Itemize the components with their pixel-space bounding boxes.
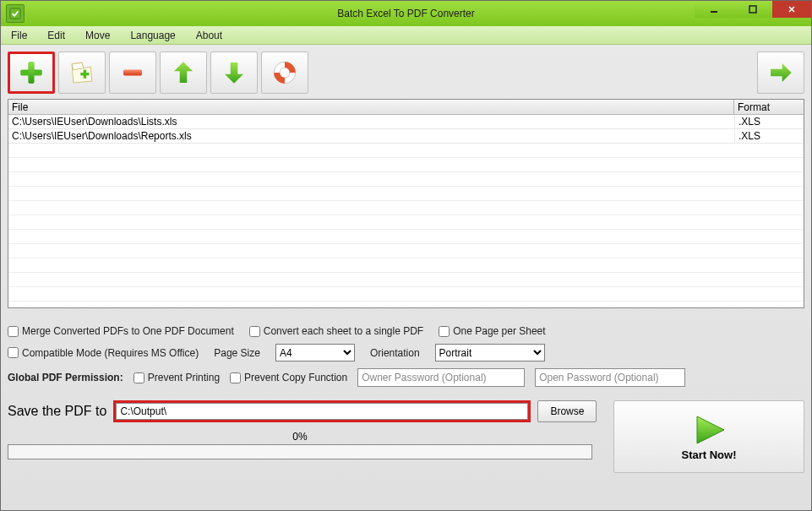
file-row-empty <box>8 258 804 273</box>
progress-panel: 0% <box>8 431 592 459</box>
maximize-button[interactable] <box>733 1 772 18</box>
compat-checkbox-input[interactable] <box>8 347 19 358</box>
page-size-label: Page Size <box>214 347 260 359</box>
svg-rect-2 <box>749 6 756 13</box>
prevent-copy-checkbox[interactable]: Prevent Copy Function <box>230 372 347 383</box>
progress-bar <box>8 444 592 459</box>
app-icon <box>6 4 25 23</box>
add-folder-button[interactable] <box>58 52 106 94</box>
each-sheet-checkbox[interactable]: Convert each sheet to a single PDF <box>249 325 423 337</box>
prevent-print-label: Prevent Printing <box>148 372 220 383</box>
file-path-cell: C:\Users\IEUser\Downloads\Lists.xls <box>8 115 734 128</box>
merge-checkbox-input[interactable] <box>8 326 19 337</box>
file-row-empty <box>8 287 804 302</box>
titlebar: Batch Excel To PDF Converter <box>1 1 811 26</box>
lifebuoy-icon <box>270 58 299 87</box>
svg-rect-0 <box>10 8 20 19</box>
file-row[interactable]: C:\Users\IEUser\Downloads\Lists.xls .XLS <box>8 115 804 129</box>
toolbar <box>8 52 308 94</box>
file-list-body: C:\Users\IEUser\Downloads\Lists.xls .XLS… <box>8 115 804 302</box>
app-window: Batch Excel To PDF Converter File Edit M… <box>0 0 812 511</box>
menu-move[interactable]: Move <box>75 30 120 41</box>
each-sheet-checkbox-input[interactable] <box>249 326 260 337</box>
minimize-button[interactable] <box>695 1 733 18</box>
browse-button[interactable]: Browse <box>537 400 597 422</box>
file-list-header: File Format <box>8 100 804 115</box>
arrow-up-icon <box>169 58 198 87</box>
move-up-button[interactable] <box>160 52 207 94</box>
file-row-empty <box>8 201 804 215</box>
file-row-empty <box>8 230 804 244</box>
file-row-empty <box>8 172 804 187</box>
close-icon <box>787 5 796 14</box>
save-path-input[interactable] <box>116 403 528 420</box>
window-title: Batch Excel To PDF Converter <box>1 8 811 19</box>
page-size-select[interactable]: A4 <box>275 344 355 362</box>
file-row-empty <box>8 187 804 201</box>
minimize-icon <box>710 5 718 14</box>
svg-rect-5 <box>29 62 35 84</box>
file-row-empty <box>8 273 804 287</box>
svg-rect-8 <box>123 70 142 76</box>
prevent-print-checkbox-input[interactable] <box>134 372 144 383</box>
col-file-header[interactable]: File <box>8 100 734 114</box>
prevent-copy-checkbox-input[interactable] <box>230 372 241 383</box>
plus-icon <box>17 58 46 87</box>
file-fmt-cell: .XLS <box>734 129 804 143</box>
save-label: Save the PDF to <box>8 404 106 419</box>
merge-label: Merge Converted PDFs to One PDF Document <box>22 325 234 337</box>
prevent-copy-label: Prevent Copy Function <box>244 372 347 383</box>
start-label: Start Now! <box>682 448 737 461</box>
menu-about[interactable]: About <box>186 30 232 41</box>
compat-label: Compatible Mode (Requires MS Office) <box>22 347 199 359</box>
window-controls <box>695 1 811 18</box>
file-fmt-cell: .XLS <box>734 115 804 128</box>
arrow-right-icon <box>766 58 795 87</box>
progress-label: 0% <box>292 431 307 443</box>
maximize-icon <box>749 5 757 14</box>
toolbar-row <box>8 52 804 94</box>
merge-checkbox[interactable]: Merge Converted PDFs to One PDF Document <box>8 325 234 337</box>
orientation-label: Orientation <box>370 347 420 359</box>
file-row-empty <box>8 158 804 172</box>
menubar: File Edit Move Language About <box>1 26 811 45</box>
one-page-checkbox-input[interactable] <box>439 326 450 337</box>
bottom-panel: Save the PDF to Browse 0% Start Now! <box>8 400 804 473</box>
svg-point-10 <box>280 68 290 78</box>
compat-checkbox[interactable]: Compatible Mode (Requires MS Office) <box>8 347 199 359</box>
play-icon <box>689 413 729 447</box>
add-file-button[interactable] <box>8 52 55 94</box>
help-button[interactable] <box>261 52 308 94</box>
file-row-empty <box>8 244 804 258</box>
permission-heading: Global PDF Permission: <box>8 372 123 383</box>
each-sheet-label: Convert each sheet to a single PDF <box>264 325 423 337</box>
one-page-label: One Page per Sheet <box>453 325 545 337</box>
save-row: Save the PDF to Browse <box>8 400 603 422</box>
minus-icon <box>118 58 147 87</box>
one-page-checkbox[interactable]: One Page per Sheet <box>439 325 545 337</box>
orientation-select[interactable]: Portrait <box>435 344 545 362</box>
file-path-cell: C:\Users\IEUser\Downloads\Reports.xls <box>8 129 734 143</box>
save-path-highlight <box>113 400 531 422</box>
svg-rect-1 <box>711 11 717 13</box>
file-row-empty <box>8 144 804 158</box>
file-row-empty <box>8 215 804 230</box>
close-button[interactable] <box>772 1 811 18</box>
arrow-down-icon <box>220 58 248 87</box>
next-button[interactable] <box>757 52 804 94</box>
menu-language[interactable]: Language <box>120 30 185 41</box>
owner-password-input[interactable] <box>357 368 525 387</box>
file-row[interactable]: C:\Users\IEUser\Downloads\Reports.xls .X… <box>8 129 804 144</box>
folder-plus-icon <box>68 58 96 87</box>
start-button[interactable]: Start Now! <box>613 400 804 473</box>
options-panel: Merge Converted PDFs to One PDF Document… <box>8 325 804 387</box>
svg-rect-7 <box>80 73 89 75</box>
menu-edit[interactable]: Edit <box>37 30 75 41</box>
remove-button[interactable] <box>109 52 156 94</box>
open-password-input[interactable] <box>535 368 685 387</box>
file-list[interactable]: File Format C:\Users\IEUser\Downloads\Li… <box>8 99 804 308</box>
move-down-button[interactable] <box>210 52 258 94</box>
col-format-header[interactable]: Format <box>734 100 804 114</box>
menu-file[interactable]: File <box>1 30 37 41</box>
prevent-print-checkbox[interactable]: Prevent Printing <box>134 372 220 383</box>
